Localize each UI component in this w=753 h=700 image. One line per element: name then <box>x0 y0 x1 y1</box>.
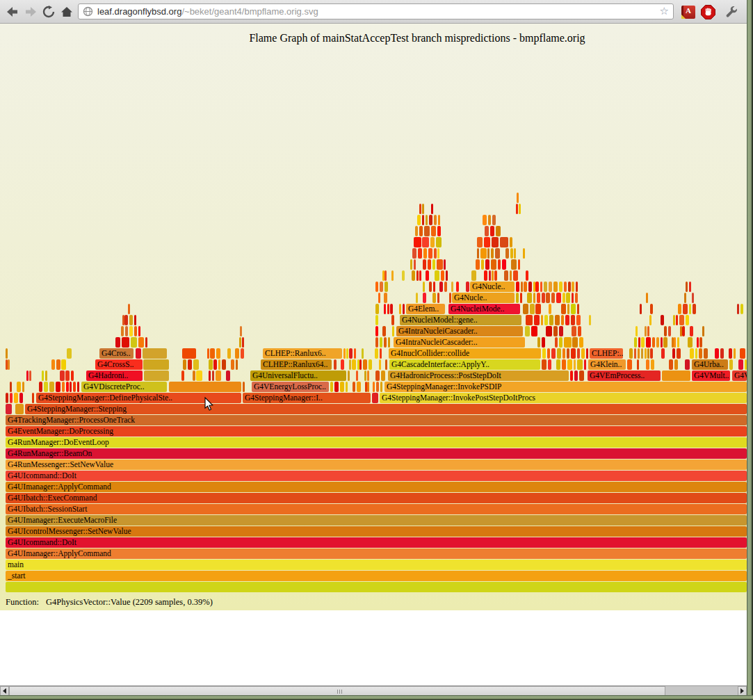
flame-frame[interactable] <box>6 582 747 592</box>
flame-mini-frame[interactable] <box>385 359 387 370</box>
flame-mini-frame[interactable] <box>414 237 421 247</box>
extension-dictionary-button[interactable]: A <box>680 3 697 20</box>
flame-mini-frame[interactable] <box>418 248 422 259</box>
flame-mini-frame[interactable] <box>422 204 425 214</box>
flame-mini-frame[interactable] <box>441 270 444 281</box>
flame-frame[interactable]: G4UIbatch::ExecCommand <box>6 493 747 503</box>
flame-mini-frame[interactable] <box>533 282 535 292</box>
flame-mini-frame[interactable] <box>682 326 685 336</box>
flame-frame[interactable]: G4VEmProcess.. <box>588 371 661 381</box>
flame-mini-frame[interactable] <box>575 293 578 303</box>
flame-mini-frame[interactable] <box>661 348 665 359</box>
flame-mini-frame[interactable] <box>576 315 581 325</box>
flame-mini-frame[interactable] <box>537 293 541 303</box>
flame-mini-frame[interactable] <box>437 226 442 236</box>
flame-mini-frame[interactable] <box>484 270 487 281</box>
flame-mini-frame[interactable] <box>635 326 638 336</box>
flame-mini-frame[interactable] <box>664 326 667 336</box>
flame-mini-frame[interactable] <box>686 282 688 292</box>
flame-mini-frame[interactable] <box>645 326 647 336</box>
flame-mini-frame[interactable] <box>451 282 453 292</box>
flame-mini-frame[interactable] <box>239 337 241 348</box>
flame-mini-frame[interactable] <box>423 248 427 259</box>
flame-mini-frame[interactable] <box>581 348 585 359</box>
extension-adblock-button[interactable] <box>699 3 716 20</box>
flame-frame[interactable]: G4SteppingManager::InvokePostStepDoItPro… <box>380 393 747 403</box>
flame-mini-frame[interactable] <box>437 259 442 270</box>
flame-mini-frame[interactable] <box>384 270 387 281</box>
flame-mini-frame[interactable] <box>674 359 678 370</box>
reload-button[interactable] <box>40 3 57 20</box>
flame-mini-frame[interactable] <box>510 237 513 247</box>
flame-mini-frame[interactable] <box>216 348 221 359</box>
flame-mini-frame[interactable] <box>349 359 351 370</box>
flame-mini-frame[interactable] <box>444 282 448 292</box>
flame-mini-frame[interactable] <box>491 248 494 259</box>
flame-mini-frame[interactable] <box>689 282 691 292</box>
flame-mini-frame[interactable] <box>562 293 565 303</box>
flame-mini-frame[interactable] <box>553 326 558 336</box>
flame-mini-frame[interactable] <box>222 359 226 370</box>
flame-mini-frame[interactable] <box>414 259 416 270</box>
flame-mini-frame[interactable] <box>740 348 745 359</box>
flame-mini-frame[interactable] <box>663 337 667 348</box>
flame-mini-frame[interactable] <box>647 348 649 359</box>
flame-mini-frame[interactable] <box>348 371 350 381</box>
flame-mini-frame[interactable] <box>555 315 560 325</box>
flame-mini-frame[interactable] <box>693 304 696 314</box>
flame-mini-frame[interactable] <box>216 371 221 381</box>
flame-frame[interactable]: G4EventManager::DoProcessing <box>6 426 747 437</box>
flame-mini-frame[interactable] <box>8 359 10 370</box>
flame-frame[interactable] <box>662 371 690 381</box>
flame-mini-frame[interactable] <box>432 259 435 270</box>
flame-mini-frame[interactable] <box>690 326 693 336</box>
flame-mini-frame[interactable] <box>381 371 385 381</box>
flame-mini-frame[interactable] <box>549 304 551 314</box>
flame-mini-frame[interactable] <box>572 337 578 348</box>
flame-mini-frame[interactable] <box>384 282 388 292</box>
flame-frame[interactable]: G4IntraNucleiCascader:.. <box>394 337 525 348</box>
flame-mini-frame[interactable] <box>129 326 133 336</box>
flame-mini-frame[interactable] <box>544 315 548 325</box>
flame-mini-frame[interactable] <box>240 326 242 336</box>
flame-frame[interactable]: CLHEP:.. <box>590 348 623 359</box>
flame-mini-frame[interactable] <box>498 259 501 270</box>
flame-mini-frame[interactable] <box>356 371 358 381</box>
flame-mini-frame[interactable] <box>571 304 576 314</box>
flame-mini-frame[interactable] <box>6 393 8 403</box>
flame-mini-frame[interactable] <box>436 237 442 247</box>
flame-frame[interactable]: G4UIbatch::SessionStart <box>6 504 747 514</box>
flame-mini-frame[interactable] <box>428 248 432 259</box>
flame-mini-frame[interactable] <box>638 337 640 348</box>
flame-frame[interactable]: G4RunMessenger::SetNewValue <box>6 459 747 470</box>
flame-mini-frame[interactable] <box>392 326 394 336</box>
flame-mini-frame[interactable] <box>561 315 564 325</box>
flame-mini-frame[interactable] <box>134 315 136 325</box>
flame-mini-frame[interactable] <box>480 248 486 259</box>
flame-mini-frame[interactable] <box>646 359 649 370</box>
flame-mini-frame[interactable] <box>627 359 632 370</box>
flame-mini-frame[interactable] <box>546 326 552 336</box>
flame-mini-frame[interactable] <box>428 259 431 270</box>
flame-mini-frame[interactable] <box>354 348 356 359</box>
flame-frame[interactable]: G4NucleiModel::gene.. <box>400 315 521 325</box>
flame-frame[interactable]: G4RunManager::DoEventLoop <box>6 437 747 448</box>
horizontal-scrollbar[interactable] <box>0 685 747 696</box>
flame-mini-frame[interactable] <box>661 337 663 348</box>
flame-mini-frame[interactable] <box>672 337 674 348</box>
flame-mini-frame[interactable] <box>547 348 550 359</box>
home-button[interactable] <box>58 3 75 20</box>
flame-frame[interactable]: main <box>6 560 747 570</box>
flame-mini-frame[interactable] <box>488 215 491 225</box>
flame-mini-frame[interactable] <box>559 337 562 348</box>
flame-mini-frame[interactable] <box>572 293 574 303</box>
flame-mini-frame[interactable] <box>487 248 489 259</box>
flame-mini-frame[interactable] <box>352 359 356 370</box>
flame-mini-frame[interactable] <box>49 382 54 392</box>
flame-frame[interactable]: G4UImanager::ApplyCommand <box>6 482 747 492</box>
flame-mini-frame[interactable] <box>399 304 401 314</box>
flame-mini-frame[interactable] <box>209 359 213 370</box>
flame-mini-frame[interactable] <box>534 315 540 325</box>
flame-mini-frame[interactable] <box>565 315 569 325</box>
flame-mini-frame[interactable] <box>375 371 380 381</box>
